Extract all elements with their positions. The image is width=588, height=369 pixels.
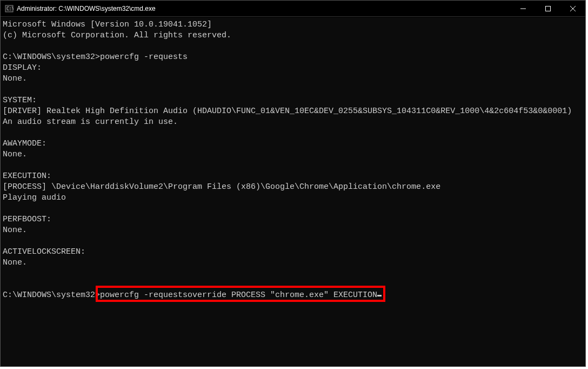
terminal-line: (c) Microsoft Corporation. All rights re… <box>3 30 583 41</box>
maximize-button[interactable] <box>536 1 560 16</box>
title-bar[interactable]: C:\ Administrator: C:\WINDOWS\system32\c… <box>1 1 585 17</box>
terminal-line: PERFBOOST: <box>3 214 583 225</box>
terminal-line: C:\WINDOWS\system32>powercfg -requests <box>3 52 583 63</box>
terminal-line: None. <box>3 258 583 268</box>
terminal-line <box>3 279 583 290</box>
terminal-line: [PROCESS] \Device\HarddiskVolume2\Progra… <box>3 182 583 193</box>
minimize-icon <box>520 6 526 11</box>
close-icon <box>570 6 576 11</box>
terminal-line <box>3 160 583 171</box>
maximize-icon <box>545 6 551 11</box>
svg-text:C:\: C:\ <box>6 6 14 11</box>
minimize-button[interactable] <box>511 1 536 16</box>
prompt-text: C:\WINDOWS\system32> <box>3 291 100 300</box>
typed-command: powercfg -requestsoverride PROCESS "chro… <box>100 291 377 300</box>
terminal-line: None. <box>3 74 583 84</box>
terminal-line: An audio stream is currently in use. <box>3 117 583 128</box>
terminal-line <box>3 268 583 279</box>
window-title: Administrator: C:\WINDOWS\system32\cmd.e… <box>17 5 511 12</box>
terminal-line: Microsoft Windows [Version 10.0.19041.10… <box>3 19 583 30</box>
text-cursor <box>377 295 382 296</box>
terminal-line: None. <box>3 149 583 160</box>
terminal-line <box>3 41 583 52</box>
terminal-line: ACTIVELOCKSCREEN: <box>3 247 583 258</box>
terminal-line <box>3 84 583 95</box>
close-button[interactable] <box>560 1 585 16</box>
terminal-line <box>3 128 583 139</box>
terminal-line <box>3 236 583 247</box>
window-controls <box>511 1 585 16</box>
terminal-input-line[interactable]: C:\WINDOWS\system32>powercfg -requestsov… <box>3 290 583 301</box>
terminal-line: [DRIVER] Realtek High Definition Audio (… <box>3 106 583 117</box>
svg-rect-3 <box>546 6 551 11</box>
terminal-line: Playing audio <box>3 193 583 203</box>
terminal-line: AWAYMODE: <box>3 139 583 149</box>
terminal-line: None. <box>3 225 583 236</box>
terminal-line: DISPLAY: <box>3 63 583 74</box>
terminal-output[interactable]: Microsoft Windows [Version 10.0.19041.10… <box>1 17 585 366</box>
terminal-line: SYSTEM: <box>3 95 583 106</box>
terminal-line: EXECUTION: <box>3 171 583 182</box>
cmd-window: C:\ Administrator: C:\WINDOWS\system32\c… <box>0 0 586 367</box>
cmd-icon: C:\ <box>5 4 14 13</box>
terminal-line <box>3 203 583 214</box>
